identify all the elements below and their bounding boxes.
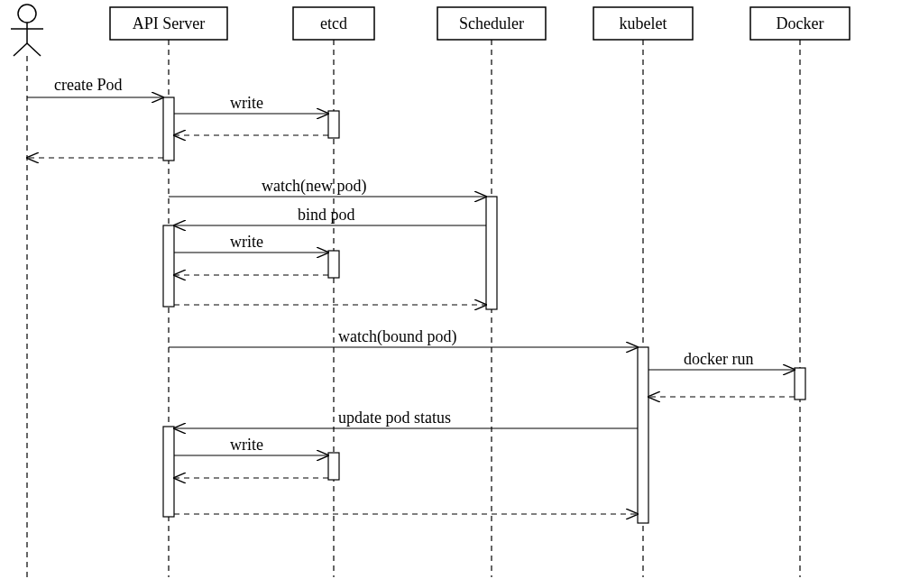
message-label: update pod status xyxy=(338,409,451,427)
activation-api-server-2 xyxy=(163,225,174,307)
activation-etcd-2 xyxy=(328,251,339,278)
participant-label: etcd xyxy=(320,14,347,32)
sequence-diagram: API Server etcd Scheduler kubelet Docker… xyxy=(0,0,901,588)
participant-label: API Server xyxy=(133,14,205,32)
svg-line-3 xyxy=(14,43,27,56)
activation-etcd-1 xyxy=(328,111,339,138)
svg-line-4 xyxy=(27,43,41,56)
participant-label: Scheduler xyxy=(459,14,524,32)
activation-kubelet-1 xyxy=(638,347,648,523)
message-label: watch(bound pod) xyxy=(338,327,456,346)
activation-etcd-3 xyxy=(328,453,339,480)
participant-label: Docker xyxy=(777,14,824,32)
message-label: write xyxy=(230,233,263,251)
activation-docker-1 xyxy=(795,368,805,400)
message-label: watch(new pod) xyxy=(262,177,366,196)
message-label: bind pod xyxy=(298,206,355,224)
activation-api-server-1 xyxy=(163,97,174,161)
message-label: create Pod xyxy=(54,76,122,94)
svg-point-0 xyxy=(18,5,36,23)
message-label: docker run xyxy=(684,350,753,368)
participant-label: kubelet xyxy=(620,14,667,32)
activation-api-server-3 xyxy=(163,427,174,517)
activation-scheduler-1 xyxy=(486,197,497,309)
actor-figure xyxy=(11,5,43,56)
message-label: write xyxy=(230,436,263,454)
message-label: write xyxy=(230,94,263,112)
